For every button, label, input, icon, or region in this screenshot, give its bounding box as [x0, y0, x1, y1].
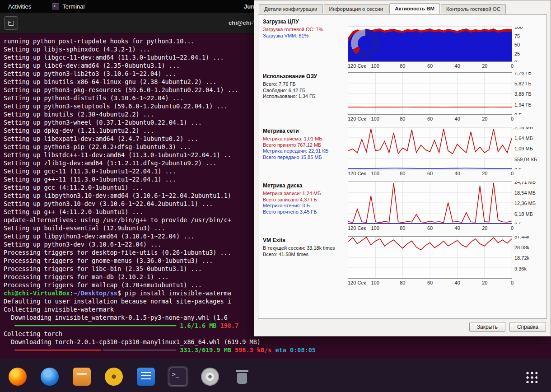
x-axis-label: 60 [427, 116, 433, 121]
x-axis-label: 0 [511, 63, 514, 69]
help-button[interactable]: Справка [509, 322, 546, 332]
x-axis-label: 40 [455, 63, 460, 69]
y-axis-label: 3,88 ГБ [514, 91, 532, 97]
stat-line: Загрузка гостевой ОС: 7% [263, 27, 345, 33]
dock-item-files[interactable] [71, 366, 92, 387]
stat-line: Всего принято 767,12 МБ [263, 142, 345, 149]
x-axis-label: 40 [455, 225, 460, 231]
vm-exits-chart [348, 236, 512, 279]
dock-item-libreoffice-writer[interactable] [135, 366, 156, 387]
network-chart-yaxis: 2,18 МБ1,64 МБ1,09 МБ559,04 КБ0 Б [512, 127, 545, 169]
x-axis-label: 0 [511, 225, 514, 231]
y-axis-label: 75 [514, 33, 520, 38]
disk-chart-xaxis: 120 Сек100806040200 [348, 224, 512, 232]
x-axis-label: 100 [371, 225, 379, 231]
x-axis-label: 20 [482, 171, 487, 176]
dock-item-thunderbird[interactable] [39, 366, 60, 387]
close-button[interactable]: Закрыть [469, 322, 505, 332]
tab-configuration-details[interactable]: Детали конфигурации [259, 4, 323, 14]
disk-stats: Метрика записи: 1,24 МБВсего записано 4,… [263, 191, 345, 215]
terminal-line: Downloading torch-2.0.1-cp310-cp310-many… [4, 338, 551, 346]
stat-line: Всего записано 4,37 ГБ [263, 197, 345, 203]
y-axis-label: 18,54 МБ [514, 190, 536, 195]
x-axis-label: 20 [482, 63, 487, 69]
dialog-buttons: Закрыть Справка [469, 322, 546, 332]
vm-exits-chart-xaxis: 120 Сек100806040200 [348, 279, 512, 286]
ram-chart [348, 72, 512, 115]
y-axis-label: 37.44k [514, 236, 529, 239]
x-axis-label: 100 [371, 63, 379, 69]
y-axis-label: 7,76 ГБ [514, 72, 532, 75]
new-tab-icon [8, 21, 14, 26]
stat-line: В текущей сессии: 33.18k times [263, 245, 345, 252]
cpu-load-section: Загрузка ЦПУ Загрузка гостевой ОС: 7%Заг… [259, 18, 545, 70]
dock-item-trash[interactable] [232, 366, 252, 387]
network-chart [348, 127, 512, 169]
trash-icon [233, 368, 251, 386]
y-axis-label: 5,82 ГБ [514, 80, 532, 86]
stat-line: Загрузка VMM: 61% [263, 33, 345, 39]
y-axis-label: 2,18 МБ [514, 127, 533, 130]
tab-guest-control[interactable]: Контроль гостевой ОС [441, 4, 506, 14]
firefox-icon [9, 368, 27, 386]
activities-button[interactable]: Activities [0, 0, 39, 13]
focused-app-label: Terminal [62, 3, 84, 10]
stat-line: Свободно: 6,42 ГБ [263, 88, 345, 94]
network-section-title: Метрика сети [263, 128, 345, 134]
ram-section-title: Использование ОЗУ [263, 73, 345, 79]
y-axis-label: 12,36 МБ [514, 201, 536, 206]
x-axis-label: 0 [511, 116, 514, 121]
terminal-line: ━━━━━━━━━━━━━━━━━━━━━━━╸━━━━━━━━━━━━━━━━… [4, 346, 551, 354]
x-axis-label: 60 [427, 63, 433, 69]
disk-chart-yaxis: 24,71 МБ18,54 МБ12,36 МБ6,18 МБ0 Б [512, 182, 545, 224]
x-axis-label: 80 [400, 63, 405, 69]
clock[interactable]: Jun [244, 0, 254, 13]
disk-section-title: Метрика диска [263, 182, 345, 189]
y-axis-label: 0 Б [514, 167, 522, 169]
dock-item-disc-burner[interactable] [200, 366, 220, 387]
vm-activity-dialog: Детали конфигурации Информация о сессии … [254, 0, 551, 336]
dock-item-terminal[interactable]: >_ [168, 366, 188, 387]
x-axis-label: 120 Сек [348, 280, 366, 285]
vm-exits-section: VM Exits В текущей сессии: 33.18k timesВ… [259, 236, 545, 286]
y-axis-label: 25 [514, 51, 520, 56]
tab-session-information[interactable]: Информация о сессии [324, 4, 389, 14]
terminal-app-icon: >_ [52, 3, 59, 9]
y-axis-label: 0 [514, 60, 517, 62]
cpu-stats: Загрузка гостевой ОС: 7%Загрузка VMM: 61… [263, 27, 345, 39]
stat-line: Всего прочтено 3,45 ГБ [263, 209, 345, 215]
y-axis-label: 0 Б [514, 112, 522, 115]
tab-vm-activity[interactable]: Активность ВМ [389, 3, 440, 14]
rhythmbox-icon [105, 368, 123, 386]
x-axis-label: 100 [371, 116, 379, 121]
cpu-chart [348, 27, 512, 62]
y-axis-label: 18.72k [514, 255, 529, 261]
y-axis-label: 1,94 ГБ [514, 102, 532, 107]
ram-usage-section: Использование ОЗУ Всего: 7,76 ГБСвободно… [259, 72, 545, 122]
disk-chart [348, 182, 512, 224]
ram-chart-yaxis: 7,76 ГБ5,82 ГБ3,88 ГБ1,94 ГБ0 Б [512, 72, 545, 115]
dock-item-rhythmbox[interactable] [103, 366, 124, 387]
thunderbird-icon [41, 368, 59, 386]
vm-exits-chart-yaxis: 37.44k28.08k18.72k9.36k [512, 236, 545, 279]
stat-line: Использовано: 1,34 ГБ [263, 93, 345, 100]
cpu-load-donut [351, 29, 380, 58]
focused-app-menu[interactable]: >_ Terminal [52, 3, 84, 10]
x-axis-label: 20 [482, 225, 487, 231]
terminal-icon: >_ [169, 368, 187, 386]
x-axis-label: 0 [511, 171, 514, 176]
new-tab-button[interactable] [4, 16, 18, 30]
stat-line: Метрика записи: 1,24 МБ [263, 191, 345, 197]
x-axis-label: 120 Сек [348, 171, 366, 176]
y-axis-label: 559,04 КБ [514, 156, 537, 162]
disc-burner-icon [201, 368, 219, 386]
disk-metrics-section: Метрика диска Метрика записи: 1,24 МБВсе… [259, 182, 545, 232]
y-axis-label: 24,71 МБ [514, 182, 536, 185]
network-stats: Метрика приёма: 1,01 МБВсего принято 767… [263, 136, 345, 160]
ram-stats: Всего: 7,76 ГБСвободно: 6,42 ГБИспользов… [263, 81, 345, 100]
dock-item-firefox[interactable] [7, 366, 28, 387]
ram-chart-xaxis: 120 Сек100806040200 [348, 115, 512, 122]
app-grid-button[interactable] [525, 370, 537, 383]
x-axis-label: 100 [371, 171, 379, 176]
libreoffice-writer-icon [137, 368, 155, 386]
